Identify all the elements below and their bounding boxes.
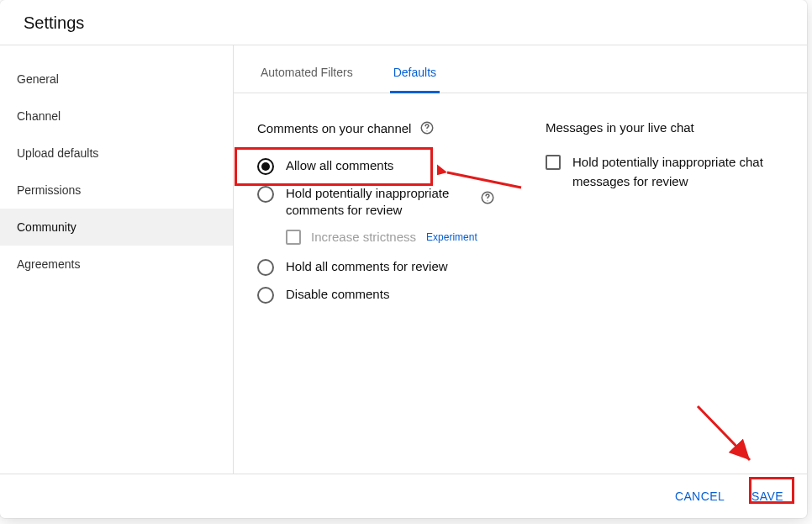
sidebar-item-permissions[interactable]: Permissions <box>0 172 233 209</box>
help-icon[interactable] <box>419 120 435 135</box>
livechat-column: Messages in your live chat Hold potentia… <box>546 120 783 447</box>
livechat-title-text: Messages in your live chat <box>546 120 694 135</box>
radio-label: Hold potentially inappropriate comments … <box>286 185 472 220</box>
sidebar-item-channel[interactable]: Channel <box>0 98 233 135</box>
svg-point-1 <box>427 130 428 131</box>
dialog-header: Settings <box>0 0 807 45</box>
tab-automated-filters[interactable]: Automated Filters <box>257 45 356 93</box>
comments-section-title: Comments on your channel <box>257 120 495 135</box>
checkbox-increase-strictness[interactable]: Increase strictness Experiment <box>286 225 495 253</box>
radio-icon <box>257 186 274 203</box>
tab-bar: Automated Filters Defaults <box>234 45 807 93</box>
radio-hold-all[interactable]: Hold all comments for review <box>257 253 495 281</box>
settings-dialog: Settings General Channel Upload defaults… <box>0 0 807 518</box>
sidebar-item-agreements[interactable]: Agreements <box>0 246 233 283</box>
radio-disable[interactable]: Disable comments <box>257 281 495 309</box>
radio-hold-inappropriate[interactable]: Hold potentially inappropriate comments … <box>257 180 472 225</box>
experiment-badge: Experiment <box>426 231 477 243</box>
svg-point-3 <box>487 200 488 201</box>
help-icon[interactable] <box>480 190 495 205</box>
page-title: Settings <box>24 13 787 33</box>
tab-defaults[interactable]: Defaults <box>390 45 440 93</box>
main-panel: Automated Filters Defaults Comments on y… <box>234 45 807 474</box>
radio-label: Allow all comments <box>286 157 393 174</box>
save-button[interactable]: SAVE <box>741 483 794 510</box>
comments-title-text: Comments on your channel <box>257 121 411 135</box>
checkbox-label: Increase strictness <box>311 230 416 244</box>
livechat-section-title: Messages in your live chat <box>546 120 783 135</box>
sidebar-item-general[interactable]: General <box>0 61 233 98</box>
sidebar-item-community[interactable]: Community <box>0 209 233 246</box>
tab-content: Comments on your channel Allow all comme… <box>234 93 807 474</box>
radio-label: Hold all comments for review <box>286 258 448 275</box>
checkbox-hold-chat[interactable]: Hold potentially inappropriate chat mess… <box>546 151 783 193</box>
sidebar: General Channel Upload defaults Permissi… <box>0 45 234 474</box>
sidebar-item-upload-defaults[interactable]: Upload defaults <box>0 135 233 172</box>
checkbox-label: Hold potentially inappropriate chat mess… <box>572 153 783 191</box>
radio-allow-all[interactable]: Allow all comments <box>257 152 495 180</box>
radio-label: Disable comments <box>286 286 389 303</box>
dialog-body: General Channel Upload defaults Permissi… <box>0 45 807 474</box>
comments-column: Comments on your channel Allow all comme… <box>257 120 495 447</box>
radio-icon <box>257 158 274 175</box>
checkbox-icon <box>546 155 561 170</box>
checkbox-icon <box>286 230 301 245</box>
dialog-footer: CANCEL SAVE <box>0 474 807 518</box>
radio-icon <box>257 287 274 304</box>
cancel-button[interactable]: CANCEL <box>665 483 735 510</box>
radio-icon <box>257 259 274 276</box>
